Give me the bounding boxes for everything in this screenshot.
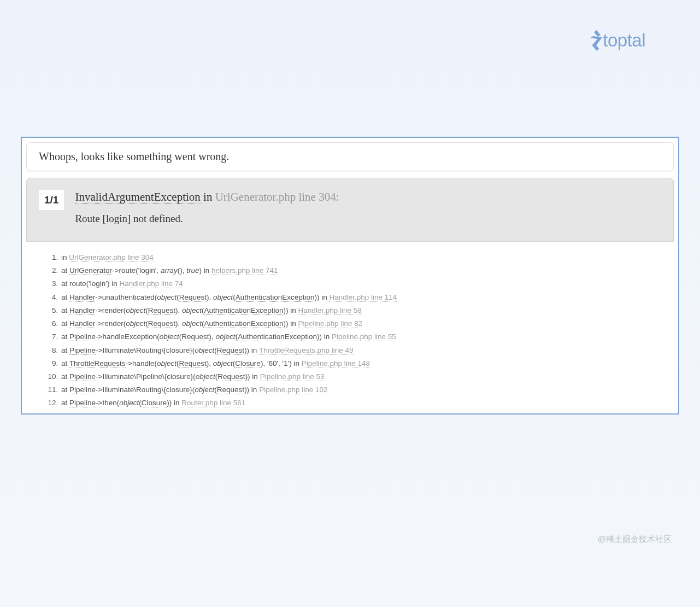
arg: object [126, 319, 145, 328]
class-link[interactable]: AuthenticationException [204, 306, 284, 315]
text: )) in [314, 293, 329, 301]
stack-frame: at ThrottleRequests->handle(object(Reque… [60, 359, 674, 369]
exception-message: Route [login] not defined. [75, 213, 661, 225]
class-link[interactable]: Request [179, 293, 207, 302]
file-link[interactable]: Handler.php line 58 [298, 306, 361, 315]
stack-frame: at UrlGenerator->route('login', array(),… [60, 266, 674, 276]
text: )) in [244, 346, 259, 354]
text: ->then( [96, 399, 119, 407]
in-word: in [203, 190, 215, 203]
text: ), [175, 306, 182, 314]
class-link[interactable]: AuthenticationException [204, 319, 284, 328]
error-title-bar: Whoops, looks like something went wrong. [26, 142, 674, 171]
text: ( [177, 359, 179, 367]
class-link[interactable]: Handler [69, 319, 95, 328]
file-link[interactable]: Pipeline.php line 82 [298, 319, 362, 328]
file-link[interactable]: Pipeline.php line 53 [260, 372, 325, 381]
file-link[interactable]: Handler.php line 74 [119, 279, 183, 288]
text: ->Illuminate\Pipeline\{closure}( [96, 372, 196, 381]
arg: object [182, 306, 202, 314]
class-link[interactable]: Handler [69, 293, 95, 302]
class-link[interactable]: AuthenticationException [238, 332, 317, 341]
stack-frame: at route('login') in Handler.php line 74 [60, 279, 674, 289]
class-link[interactable]: Request [148, 319, 175, 328]
text: ( [233, 293, 236, 301]
arg: true [186, 266, 199, 275]
file-link[interactable]: helpers.php line 741 [211, 266, 278, 275]
stack-frame: at Router->runRouteWithinStack(object(Ro… [60, 412, 674, 413]
class-link[interactable]: Pipeline [69, 332, 96, 341]
arg: object [195, 386, 214, 394]
class-link[interactable]: Route [192, 412, 212, 413]
class-link[interactable]: Pipeline [69, 386, 96, 394]
text: ), '60', '1') in [261, 359, 302, 367]
exception-count-badge: 1/1 [39, 190, 64, 210]
stack-frame: in UrlGenerator.php line 304 [60, 253, 674, 262]
class-link[interactable]: Request [240, 412, 268, 413]
text: ), [175, 319, 182, 328]
file-link[interactable]: Pipeline.php line 55 [332, 332, 396, 341]
text: ), [207, 359, 213, 367]
arg: object [126, 306, 145, 314]
class-link[interactable]: Handler [69, 306, 95, 315]
arg: object [195, 346, 214, 354]
arg: object [182, 319, 202, 328]
text: ->runRouteWithinStack( [92, 412, 170, 413]
class-link[interactable]: Pipeline [69, 346, 96, 355]
class-link[interactable]: Request [179, 359, 207, 368]
text: )) in [317, 332, 332, 341]
exception-heading: InvalidArgumentException in UrlGenerator… [75, 190, 661, 204]
arg: array [161, 266, 178, 275]
class-link[interactable]: Request [217, 372, 245, 381]
stack-frame: at Pipeline->then(object(Closure)) in Ro… [60, 398, 674, 408]
text: ->unauthenticated( [95, 293, 157, 301]
arg: object [216, 332, 236, 341]
class-link[interactable]: Pipeline [69, 399, 96, 407]
text: ->Illuminate\Routing\{closure}( [96, 346, 195, 354]
file-link[interactable]: Pipeline.php line 148 [302, 359, 370, 368]
arg: object [160, 332, 179, 341]
stack-frame: at Handler->render(object(Request), obje… [60, 306, 674, 316]
class-link[interactable]: Request [181, 332, 209, 341]
text: ->render( [95, 319, 126, 328]
text: ) in [199, 266, 211, 275]
stack-trace: in UrlGenerator.php line 304at UrlGenera… [26, 242, 674, 413]
class-link[interactable]: Closure [235, 359, 261, 368]
class-link[interactable]: Router [69, 412, 92, 413]
text: ), [207, 293, 213, 301]
text: )) in [268, 412, 283, 413]
stack-frame: at Handler->unauthenticated(object(Reque… [60, 293, 674, 302]
file-link[interactable]: Handler.php line 114 [329, 293, 397, 302]
text: ->handleException( [96, 332, 160, 341]
text: )) in [245, 372, 260, 381]
class-link[interactable]: Pipeline [69, 372, 96, 381]
class-link[interactable]: ThrottleRequests [69, 359, 126, 368]
text: ( [202, 306, 204, 314]
stack-frame: at Handler->render(object(Request), obje… [60, 319, 674, 329]
file-link[interactable]: Router.php line 561 [181, 399, 245, 407]
text: ( [202, 319, 204, 328]
stack-frame: at Pipeline->Illuminate\Routing\{closure… [60, 346, 674, 355]
class-link[interactable]: Closure [142, 399, 167, 407]
stack-frame: at Pipeline->Illuminate\Routing\{closure… [60, 385, 674, 395]
text: ->route('login', [112, 266, 161, 275]
exception-name[interactable]: InvalidArgumentException [75, 190, 200, 204]
file-link[interactable]: Router.php line 520 [283, 412, 347, 413]
text: )) in [244, 386, 259, 394]
exception-header: 1/1 InvalidArgumentException in UrlGener… [26, 178, 674, 242]
class-link[interactable]: Request [217, 346, 244, 355]
stack-frame: at Pipeline->Illuminate\Pipeline\{closur… [60, 372, 674, 382]
class-link[interactable]: Request [148, 306, 175, 315]
exception-location[interactable]: UrlGenerator.php line 304 [215, 190, 336, 203]
class-link[interactable]: AuthenticationException [236, 293, 315, 302]
toptal-logo: toptal [589, 30, 645, 51]
error-panel: Whoops, looks like something went wrong.… [21, 137, 679, 415]
arg: object [157, 293, 177, 301]
file-link[interactable]: ThrottleRequests.php line 49 [259, 346, 354, 355]
file-link[interactable]: UrlGenerator.php line 304 [69, 253, 154, 262]
arg: object [170, 412, 190, 413]
arg: object [157, 359, 177, 367]
class-link[interactable]: UrlGenerator [69, 266, 112, 275]
file-link[interactable]: Pipeline.php line 102 [259, 386, 327, 394]
class-link[interactable]: Request [217, 386, 244, 394]
